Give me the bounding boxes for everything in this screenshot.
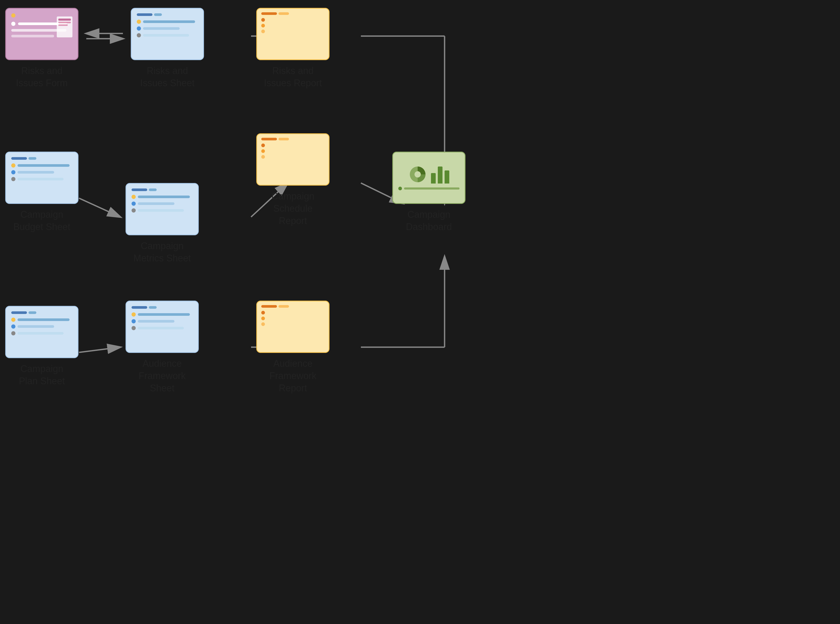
risks-form-card	[5, 8, 79, 60]
campaign-dashboard-card	[392, 151, 466, 204]
svg-line-12	[79, 347, 120, 352]
risks-report-node[interactable]: Risks and Issues Report	[256, 8, 330, 90]
risks-form-node[interactable]: Risks and Issues Form	[5, 8, 79, 90]
audience-framework-sheet-node[interactable]: Audience Framework Sheet	[125, 301, 199, 394]
risks-report-card	[256, 8, 330, 60]
bar-chart-icon	[431, 167, 449, 184]
campaign-plan-node[interactable]: Campaign Plan Sheet	[5, 306, 79, 388]
campaign-dashboard-label: Campaign Dashboard	[406, 209, 452, 233]
campaign-plan-label: Campaign Plan Sheet	[19, 363, 65, 388]
campaign-schedule-label: Campaign Schedule Report	[271, 190, 314, 227]
risks-sheet-label: Risks and Issues Sheet	[140, 65, 195, 90]
audience-framework-report-node[interactable]: Audience Framework Report	[256, 301, 330, 394]
campaign-schedule-node[interactable]: Campaign Schedule Report	[256, 133, 330, 227]
risks-form-label: Risks and Issues Form	[16, 65, 68, 90]
risks-report-label: Risks and Issues Report	[264, 65, 322, 90]
campaign-dashboard-node[interactable]: Campaign Dashboard	[392, 151, 466, 233]
pie-chart-icon	[408, 165, 427, 184]
campaign-budget-label: Campaign Budget Sheet	[13, 209, 70, 233]
campaign-budget-node[interactable]: Campaign Budget Sheet	[5, 151, 79, 233]
risks-sheet-card	[131, 8, 204, 60]
campaign-plan-card	[5, 306, 79, 358]
campaign-metrics-card	[125, 183, 199, 235]
audience-framework-report-label: Audience Framework Report	[269, 358, 316, 394]
diagram-container: Risks and Issues Form	[0, 0, 840, 624]
audience-framework-sheet-label: Audience Framework Sheet	[139, 358, 186, 394]
risks-sheet-node[interactable]: Risks and Issues Sheet	[131, 8, 204, 90]
campaign-budget-card	[5, 151, 79, 204]
campaign-metrics-node[interactable]: Campaign Metrics Sheet	[125, 183, 199, 264]
svg-point-15	[415, 171, 421, 178]
campaign-metrics-label: Campaign Metrics Sheet	[133, 240, 191, 264]
audience-framework-report-card	[256, 301, 330, 353]
svg-line-7	[79, 198, 120, 217]
audience-framework-sheet-card	[125, 301, 199, 353]
campaign-schedule-card	[256, 133, 330, 185]
